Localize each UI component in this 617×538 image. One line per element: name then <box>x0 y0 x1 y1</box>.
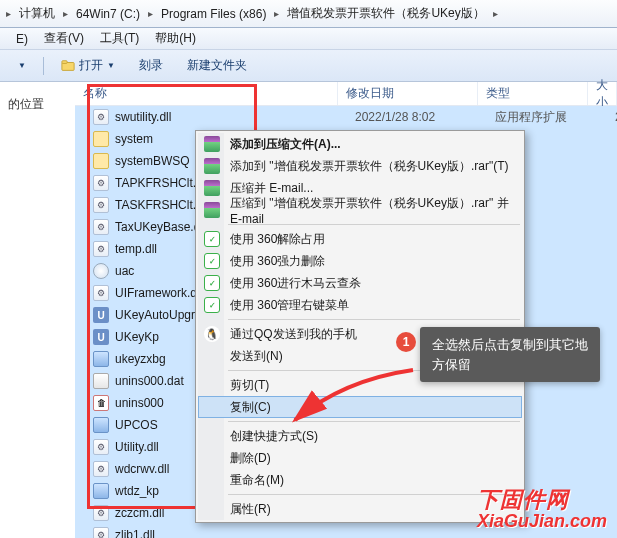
file-name: ukeyzxbg <box>115 352 166 366</box>
db-icon <box>93 373 109 389</box>
shield-icon <box>93 263 109 279</box>
open-button[interactable]: 打开 ▼ <box>51 54 125 77</box>
context-menu-item[interactable]: 使用 360管理右键菜单 <box>198 294 522 316</box>
context-menu-item[interactable]: 创建快捷方式(S) <box>198 425 522 447</box>
dropdown-icon: ▼ <box>107 61 115 70</box>
context-menu-item[interactable]: 压缩到 "增值税发票开票软件（税务UKey版）.rar" 并 E-mail <box>198 199 522 221</box>
dll-icon <box>93 175 109 191</box>
context-menu-item[interactable]: 属性(R) <box>198 498 522 520</box>
chevron-right-icon <box>491 8 500 19</box>
menu-item-label: 添加到压缩文件(A)... <box>230 136 341 153</box>
file-row[interactable]: swutility.dll2022/1/28 8:02应用程序扩展2 <box>75 106 617 128</box>
file-name: zlib1.dll <box>115 528 155 538</box>
navigation-pane[interactable]: 的位置 <box>0 82 75 538</box>
breadcrumb[interactable]: 计算机 64Win7 (C:) Program Files (x86) 增值税发… <box>0 0 617 28</box>
col-name[interactable]: 名称 <box>75 82 338 105</box>
context-menu-item[interactable]: 使用 360进行木马云查杀 <box>198 272 522 294</box>
menu-item-label: 压缩到 "增值税发票开票软件（税务UKey版）.rar" 并 E-mail <box>230 195 522 226</box>
context-menu-item[interactable]: 使用 360解除占用 <box>198 228 522 250</box>
toolbar: ▼ 打开 ▼ 刻录 新建文件夹 <box>0 50 617 82</box>
col-type[interactable]: 类型 <box>478 82 588 105</box>
file-name: uac <box>115 264 134 278</box>
dll-icon <box>93 197 109 213</box>
chevron-right-icon <box>4 8 13 19</box>
exe-icon <box>93 483 109 499</box>
dropdown-icon: ▼ <box>18 61 26 70</box>
svg-rect-1 <box>62 60 67 63</box>
dll-icon <box>93 439 109 455</box>
context-menu-item[interactable]: 删除(D) <box>198 447 522 469</box>
menu-separator <box>228 319 520 320</box>
u-icon <box>93 307 109 323</box>
nav-heading: 的位置 <box>6 92 69 117</box>
file-name: temp.dll <box>115 242 157 256</box>
menu-item-label: 发送到(N) <box>230 348 283 365</box>
file-date: 2022/1/28 8:02 <box>355 110 435 124</box>
new-folder-button[interactable]: 新建文件夹 <box>177 54 257 77</box>
menu-separator <box>228 494 520 495</box>
breadcrumb-item[interactable]: 计算机 <box>13 0 61 27</box>
context-menu-item[interactable]: 添加到 "增值税发票开票软件（税务UKey版）.rar"(T) <box>198 155 522 177</box>
menu-view[interactable]: 查看(V) <box>36 28 92 49</box>
menubar: E) 查看(V) 工具(T) 帮助(H) <box>0 28 617 50</box>
file-name: UIFramework.dll <box>115 286 202 300</box>
menu-item-label: 使用 360解除占用 <box>230 231 325 248</box>
open-icon <box>61 59 75 73</box>
folder-icon <box>93 131 109 147</box>
file-name: UKeyKp <box>115 330 159 344</box>
file-name: zczcm.dll <box>115 506 164 520</box>
context-menu-item[interactable]: 使用 360强力删除 <box>198 250 522 272</box>
file-name: swutility.dll <box>115 110 171 124</box>
menu-item-label: 添加到 "增值税发票开票软件（税务UKey版）.rar"(T) <box>230 158 509 175</box>
menu-item-label: 使用 360强力删除 <box>230 253 325 270</box>
separator <box>43 57 44 75</box>
dll-icon <box>93 527 109 538</box>
rar-icon <box>204 202 220 218</box>
menu-item-label: 属性(R) <box>230 501 271 518</box>
menu-item-label: 创建快捷方式(S) <box>230 428 318 445</box>
file-row[interactable]: zlib1.dll <box>75 524 617 538</box>
dll-icon <box>93 505 109 521</box>
chevron-right-icon <box>272 8 281 19</box>
annotation-badge: 1 <box>396 332 416 352</box>
menu-tools[interactable]: 工具(T) <box>92 28 147 49</box>
folder-icon <box>93 153 109 169</box>
file-name: unins000 <box>115 396 164 410</box>
context-menu-item[interactable]: 复制(C) <box>198 396 522 418</box>
menu-item-label: 剪切(T) <box>230 377 269 394</box>
qq-icon <box>204 326 220 342</box>
file-name: unins000.dat <box>115 374 184 388</box>
menu-item-label: 重命名(M) <box>230 472 284 489</box>
file-name: wdcrwv.dll <box>115 462 169 476</box>
file-name: Utility.dll <box>115 440 159 454</box>
context-menu-item[interactable]: 重命名(M) <box>198 469 522 491</box>
context-menu-item[interactable]: 添加到压缩文件(A)... <box>198 133 522 155</box>
menu-item-label: 通过QQ发送到我的手机 <box>230 326 357 343</box>
burn-button[interactable]: 刻录 <box>129 54 173 77</box>
dll-icon <box>93 109 109 125</box>
menu-item-label: 删除(D) <box>230 450 271 467</box>
chevron-right-icon <box>61 8 70 19</box>
menu-item[interactable]: E) <box>8 30 36 48</box>
exe-icon <box>93 417 109 433</box>
breadcrumb-item[interactable]: 64Win7 (C:) <box>70 0 146 27</box>
organize-dropdown[interactable]: ▼ <box>8 58 36 73</box>
del-icon <box>93 395 109 411</box>
col-size[interactable]: 大小 <box>588 82 617 105</box>
u-icon <box>93 329 109 345</box>
rar-icon <box>204 158 220 174</box>
menu-item-label: 使用 360进行木马云查杀 <box>230 275 361 292</box>
360-icon <box>204 253 220 269</box>
file-name: TaxUKeyBase.dll <box>115 220 206 234</box>
menu-item-label: 复制(C) <box>230 399 271 416</box>
file-name: UPCOS <box>115 418 158 432</box>
breadcrumb-item[interactable]: Program Files (x86) <box>155 0 272 27</box>
360-icon <box>204 231 220 247</box>
open-label: 打开 <box>79 57 103 74</box>
col-date[interactable]: 修改日期 <box>338 82 478 105</box>
exe-icon <box>93 351 109 367</box>
menu-item-label: 使用 360管理右键菜单 <box>230 297 349 314</box>
menu-help[interactable]: 帮助(H) <box>147 28 204 49</box>
dll-icon <box>93 241 109 257</box>
breadcrumb-item[interactable]: 增值税发票开票软件（税务UKey版） <box>281 0 490 27</box>
